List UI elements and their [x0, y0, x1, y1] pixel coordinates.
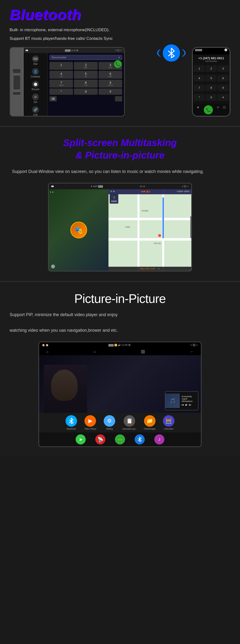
phone-number: +1 (347) 681-5911 Add Number — [193, 54, 230, 64]
app-video-player[interactable]: ▶ Video Player — [84, 415, 97, 430]
split-screen-mockup: 📧 ▼ WiFi ▓▓▓ 10:14 ≡ ⬛ ↩ 🎭 — [48, 183, 192, 272]
phone-8[interactable]: 8 — [206, 84, 217, 91]
bluetooth-section: Bluetooth Built- in microphone, external… — [0, 0, 240, 126]
app-calculator[interactable]: 🧮 Calculator — [163, 415, 174, 430]
pip-title: Picture-in-Picture — [10, 292, 230, 306]
dial-7[interactable]: 7PQRS — [50, 80, 73, 88]
phone-1[interactable]: 1 — [194, 65, 205, 72]
split-video-panel: 🎭 ⬆ ⬇ — [49, 189, 108, 271]
dialpad-grid: 1 2ABC 3DEF 4GHI 5JKL 6MNO 7PQRS 8TUV 9W… — [50, 62, 122, 95]
map-display: ⟳ ⊕ 49米 进入 +100% 100% ↑ 高新路 — [108, 189, 191, 271]
pip-song-info: Everybody Ingrid Michaelson ⏮ ▶ ⏭ — [182, 395, 198, 406]
app-operation-label: Operation gui.. — [122, 428, 137, 430]
pip-nav-bar: ⌂ ⌂ ⬛ ← — [39, 348, 201, 355]
video-display: 🎭 — [49, 189, 108, 271]
phone-3[interactable]: 3 — [217, 65, 229, 72]
phone-dialpad: 1 2 3 4 5 6 7 8 9 * 0 # — [193, 64, 230, 104]
dial-star[interactable]: * — [50, 88, 73, 95]
screen-nav-panel: ⌨ Dial 👤 Contacts 🕐 Recent ⚙ — [24, 53, 48, 116]
split-map-panel: ⟳ ⊕ 49米 进入 +100% 100% ↑ 高新路 — [108, 189, 191, 271]
app-filemanager-label: FileManager — [144, 428, 156, 430]
song-artist: Ingrid Michaelson — [182, 398, 198, 402]
back-icon[interactable]: ← — [190, 350, 194, 354]
dock-apps[interactable]: ⋯ — [115, 434, 125, 444]
phone-mockup: ▓▓▓▓▓ +1 (347) 681-5911 Add Number 1 2 3… — [192, 47, 230, 116]
phone-2[interactable]: 2 — [206, 65, 217, 72]
pip-dock: ➤ 📡 ⋯ ♪ — [39, 432, 201, 446]
bluetooth-title: Bluetooth — [10, 7, 230, 22]
bluetooth-screen-mockup: 📧 ▓▓▓▓ 10:59 ⑱ ≡ ⬛ ↩ ⌨ Dial 👤 Contacts — [10, 47, 125, 116]
app-filemanager[interactable]: 📁 FileManager — [144, 415, 156, 430]
pip-desc2: watching video when you uas navigation,b… — [10, 326, 230, 334]
phone-hash[interactable]: # — [217, 94, 229, 101]
phone-6[interactable]: 6 — [217, 75, 229, 82]
split-screen-title: Split-screen Multitasking & Picture-in-p… — [10, 136, 230, 162]
phone-call-button[interactable]: 📞 — [204, 105, 213, 114]
dial-1[interactable]: 1 — [50, 62, 73, 70]
app-setting-label: Setting — [106, 428, 113, 430]
next-button[interactable]: ⏭ — [189, 404, 191, 406]
bluetooth-desc2: Support BT music player/hands-free calls… — [10, 35, 230, 42]
split-screen-section: Split-screen Multitasking & Picture-in-p… — [0, 127, 240, 281]
dial-nav[interactable]: ⌨ Dial — [32, 56, 39, 65]
pip-main-video: 🎵 Everybody Ingrid Michaelson ⏮ ▶ ⏭ — [39, 355, 201, 413]
dial-2[interactable]: 2ABC — [74, 62, 97, 70]
recent-nav[interactable]: 🕐 Recent — [32, 81, 39, 91]
screen-header: 📧 ▓▓▓▓ 10:59 ⑱ ≡ ⬛ ↩ — [24, 48, 124, 53]
pip-playback-controls: ⏮ ▶ ⏭ — [182, 404, 198, 406]
dock-bluetooth2[interactable] — [135, 434, 145, 444]
home2-icon[interactable]: ⌂ — [94, 350, 96, 354]
pip-desc1: Support PIP, minimize the default video … — [10, 310, 230, 319]
pip-app-row: Bluetooth ▶ Video Player ⚙ Setting 📋 Ope… — [39, 413, 201, 432]
video-dark-scene: 🎵 Everybody Ingrid Michaelson ⏮ ▶ ⏭ — [39, 355, 201, 413]
phone-star[interactable]: * — [194, 94, 205, 101]
dial-hash[interactable]: # — [99, 88, 122, 95]
home-icon[interactable]: ⌂ — [46, 350, 48, 354]
split-content-area: 🎭 ⬆ ⬇ ⟳ ⊕ 49米 进入 — [49, 189, 191, 271]
song-title: Everybody — [182, 395, 198, 398]
pip-music-overlay[interactable]: 🎵 Everybody Ingrid Michaelson ⏮ ▶ ⏭ — [165, 391, 198, 410]
dial-8[interactable]: 8TUV — [74, 80, 97, 88]
settings-nav[interactable]: ⚙ Set — [32, 94, 39, 104]
split-status-bar: 📧 ▼ WiFi ▓▓▓ 10:14 ≡ ⬛ ↩ — [49, 184, 191, 189]
bluetooth-image-row: 📧 ▓▓▓▓ 10:59 ⑱ ≡ ⬛ ↩ ⌨ Dial 👤 Contacts — [10, 47, 230, 116]
dial-6[interactable]: 6MNO — [99, 71, 122, 79]
phone-5[interactable]: 5 — [206, 75, 217, 82]
phone-9[interactable]: 9 — [217, 84, 229, 91]
bluetooth-waves-icon — [154, 44, 188, 62]
contacts-nav[interactable]: 👤 Contacts — [31, 68, 40, 78]
pip-album-art: 🎵 — [165, 394, 180, 408]
square-icon[interactable]: ⬛ — [141, 350, 145, 354]
dial-9[interactable]: 9WXYZ — [99, 80, 122, 88]
app-bluetooth-label: Bluetooth — [67, 428, 76, 430]
split-screen-desc: Support Dual-Window view on sacreen, so … — [10, 168, 230, 176]
dock-music[interactable]: ♪ — [154, 434, 164, 444]
call-button[interactable]: 📞 — [114, 60, 122, 68]
dial-0[interactable]: 0 — [74, 88, 97, 95]
app-bluetooth[interactable]: Bluetooth — [66, 415, 77, 430]
dial-4[interactable]: 4GHI — [50, 71, 73, 79]
app-operation[interactable]: 📋 Operation gui.. — [122, 415, 137, 430]
app-calculator-label: Calculator — [164, 428, 174, 430]
phone-status-bar: ▓▓▓▓▓ — [193, 48, 230, 52]
pip-screen-mockup: 🏠 🏠 ▓▓▓ 📶 🔊 11:09 ⑱ ≡ ⬛ ↩ ⌂ ⌂ ⬛ ← — [38, 342, 202, 447]
app-video-label: Video Player — [84, 428, 97, 430]
pip-section: Picture-in-Picture Support PIP, minimize… — [0, 282, 240, 456]
play-button[interactable]: ▶ — [185, 404, 187, 406]
dock-radio[interactable]: 📡 — [95, 434, 105, 444]
dock-navigation[interactable]: ➤ — [76, 434, 86, 444]
phone-4[interactable]: 4 — [194, 75, 205, 82]
app-setting[interactable]: ⚙ Setting — [104, 415, 115, 430]
phone-7[interactable]: 7 — [194, 84, 205, 91]
dial-5[interactable]: 5JKL — [74, 71, 97, 79]
prev-button[interactable]: ⏮ — [182, 404, 184, 406]
disconnected-bar: Disconnected ✕ — [50, 55, 122, 60]
bluetooth-desc1: Built- in microphone, external microphon… — [10, 26, 230, 34]
link-nav[interactable]: 🔗 Link — [32, 106, 39, 116]
phone-0[interactable]: 0 — [206, 94, 217, 101]
pip-status-bar: 🏠 🏠 ▓▓▓ 📶 🔊 11:09 ⑱ ≡ ⬛ ↩ — [39, 342, 201, 348]
